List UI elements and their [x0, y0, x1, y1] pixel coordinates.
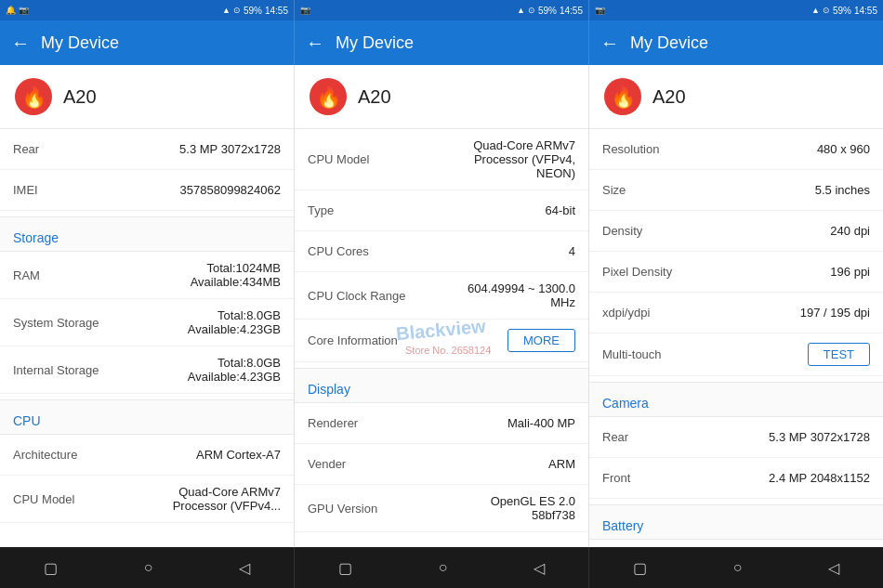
- value-resolution-right: 480 x 960: [659, 142, 870, 156]
- value-cpu-clock: 604.49994 ~ 1300.0 MHz: [406, 281, 576, 309]
- value-imei: 357858099824062: [38, 183, 281, 197]
- row-core-info: Core Information Blackview Store No. 265…: [295, 320, 588, 362]
- watermark-text: Blackview: [395, 316, 486, 345]
- value-cpu-model-left: Quad-Core ARMv7 Processor (VFPv4...: [74, 485, 281, 513]
- row-resolution-right: Resolution 480 x 960: [589, 129, 883, 170]
- value-architecture: ARM Cortex-A7: [77, 448, 281, 462]
- label-resolution-right: Resolution: [602, 142, 659, 156]
- row-imei: IMEI 357858099824062: [0, 170, 294, 211]
- back-button-left[interactable]: ←: [11, 33, 30, 54]
- device-name-right: A20: [652, 86, 686, 108]
- value-internal-storage: Total:8.0GB Available:4.23GB: [99, 356, 281, 384]
- wifi-icon-mid: ⊙: [528, 6, 535, 15]
- value-rear: 5.3 MP 3072x1728: [39, 142, 281, 156]
- status-bar-middle: 📷 ▲ ⊙ 59% 14:55: [294, 0, 588, 20]
- value-ram: Total:1024MB Available:434MB: [40, 261, 281, 289]
- value-pixel-density: 196 ppi: [672, 265, 870, 279]
- device-logo-middle: 🔥: [308, 76, 349, 117]
- main-panels: 🔥 A20 Rear 5.3 MP 3072x1728 IMEI 3578580…: [0, 65, 883, 547]
- row-rear: Rear 5.3 MP 3072x1728: [0, 129, 294, 170]
- more-button[interactable]: MORE: [507, 329, 575, 352]
- section-cpu-left: CPU: [0, 399, 294, 435]
- label-vender: Vender: [308, 457, 346, 471]
- row-pixel-density: Pixel Density 196 ppi: [589, 252, 883, 293]
- back-button-right[interactable]: ←: [600, 33, 619, 54]
- value-rear-camera: 5.3 MP 3072x1728: [628, 430, 870, 444]
- label-rear-camera: Rear: [602, 430, 628, 444]
- panel-right: 🔥 A20 Resolution 480 x 960 Size 5.5 inch…: [588, 65, 883, 547]
- nav-bar-left: ▢ ○ ◁: [0, 547, 294, 588]
- label-system-storage: System Storage: [13, 316, 99, 330]
- nav-square-mid[interactable]: ▢: [323, 552, 367, 584]
- nav-square-right[interactable]: ▢: [618, 552, 662, 584]
- device-logo-left: 🔥: [13, 76, 54, 117]
- device-logo-right: 🔥: [602, 76, 643, 117]
- value-size: 5.5 inches: [626, 183, 870, 197]
- app-bar-right: ← My Device: [588, 20, 883, 65]
- nav-circle-mid[interactable]: ○: [424, 552, 463, 583]
- value-type: 64-bit: [334, 203, 575, 217]
- signal-icon-right: ▲: [811, 6, 820, 15]
- svg-text:🔥: 🔥: [21, 85, 47, 110]
- wifi-icon-left: ⊙: [233, 6, 241, 15]
- signal-icon-mid: ▲: [517, 6, 525, 15]
- row-xdpi: xdpi/ydpi 197 / 195 dpi: [589, 293, 883, 333]
- svg-text:🔥: 🔥: [316, 85, 342, 110]
- app-bar-title-right: My Device: [630, 33, 708, 53]
- store-number: Store No. 2658124: [405, 345, 491, 356]
- nav-circle-right[interactable]: ○: [718, 552, 758, 583]
- section-display: Display: [295, 368, 588, 403]
- nav-triangle-left[interactable]: ◁: [224, 552, 265, 584]
- status-bars: 🔔 📷 ▲ ⊙ 59% 14:55 📷 ▲ ⊙ 59% 14:55 📷 ▲ ⊙ …: [0, 0, 883, 20]
- back-button-middle[interactable]: ←: [306, 33, 324, 54]
- test-button[interactable]: TEST: [808, 343, 870, 366]
- time-left: 14:55: [265, 6, 288, 16]
- signal-icon-left: ▲: [222, 6, 231, 15]
- label-architecture: Architecture: [13, 448, 77, 462]
- status-bar-right: 📷 ▲ ⊙ 59% 14:55: [588, 0, 883, 20]
- nav-triangle-mid[interactable]: ◁: [519, 552, 560, 584]
- label-resolution-mid: Resolution: [308, 545, 364, 547]
- row-type: Type 64-bit: [295, 190, 588, 231]
- nav-triangle-right[interactable]: ◁: [813, 552, 854, 584]
- label-multitouch: Multi-touch: [602, 347, 662, 361]
- nav-bar-right: ▢ ○ ◁: [588, 547, 883, 588]
- device-header-middle: 🔥 A20: [295, 65, 588, 129]
- value-cpu-cores: 4: [369, 244, 575, 258]
- label-front-camera: Front: [602, 471, 630, 485]
- section-battery: Battery: [589, 504, 883, 540]
- label-ram: RAM: [13, 268, 40, 282]
- row-system-storage: System Storage Total:8.0GB Available:4.2…: [0, 299, 294, 346]
- label-xdpi: xdpi/ydpi: [602, 306, 650, 320]
- app-bar-left: ← My Device: [0, 20, 294, 65]
- label-renderer: Renderer: [308, 416, 358, 430]
- row-gpu-version: GPU Version OpenGL ES 2.0 58bf738: [295, 485, 588, 532]
- notification-icons-right: 📷: [595, 6, 605, 15]
- label-core-info: Core Information: [308, 333, 398, 347]
- row-rear-camera: Rear 5.3 MP 3072x1728: [589, 417, 883, 458]
- label-cpu-cores: CPU Cores: [308, 244, 369, 258]
- nav-circle-left[interactable]: ○: [129, 552, 168, 583]
- label-cpu-clock: CPU Clock Range: [308, 289, 406, 303]
- label-size: Size: [602, 183, 626, 197]
- watermark-container: Blackview Store No. 2658124: [396, 320, 491, 358]
- row-front-camera: Front 2.4 MP 2048x1152: [589, 458, 883, 499]
- battery-mid: 59%: [538, 6, 557, 16]
- label-gpu-version: GPU Version: [308, 502, 377, 516]
- panel-middle: 🔥 A20 CPU Model Quad-Core ARMv7 Processo…: [294, 65, 588, 547]
- label-cpu-model-left: CPU Model: [13, 492, 74, 506]
- row-internal-storage: Internal Storage Total:8.0GB Available:4…: [0, 346, 294, 394]
- row-density: Density 240 dpi: [589, 211, 883, 252]
- value-system-storage: Total:8.0GB Available:4.23GB: [99, 308, 282, 336]
- nav-bars: ▢ ○ ◁ ▢ ○ ◁ ▢ ○ ◁: [0, 547, 883, 588]
- value-front-camera: 2.4 MP 2048x1152: [630, 471, 870, 485]
- time-mid: 14:55: [560, 6, 583, 16]
- value-renderer: Mali-400 MP: [358, 416, 575, 430]
- row-vender: Vender ARM: [295, 444, 588, 485]
- row-cpu-clock: CPU Clock Range 604.49994 ~ 1300.0 MHz: [295, 272, 588, 320]
- value-gpu-version: OpenGL ES 2.0 58bf738: [377, 494, 575, 522]
- label-type: Type: [308, 203, 334, 217]
- nav-square-left[interactable]: ▢: [29, 552, 72, 584]
- row-resolution-mid: Resolution 480 x 960: [295, 532, 588, 547]
- app-bars: ← My Device ← My Device ← My Device: [0, 20, 883, 65]
